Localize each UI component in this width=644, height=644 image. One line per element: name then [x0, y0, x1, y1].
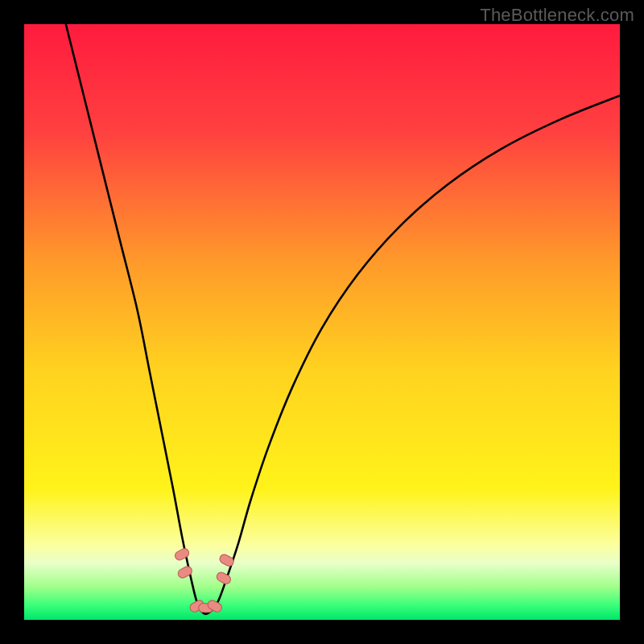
- svg-rect-4: [215, 571, 232, 585]
- watermark-text: TheBottleneck.com: [480, 5, 634, 26]
- chart-overlay: [24, 24, 620, 620]
- right-marker-bottom: [215, 571, 232, 585]
- curve-markers: [174, 547, 236, 614]
- left-marker-top: [174, 547, 191, 562]
- chart-plot-area: [24, 24, 620, 620]
- svg-rect-1: [174, 547, 191, 562]
- svg-rect-3: [218, 553, 235, 568]
- bottleneck-curve: [66, 24, 620, 614]
- right-marker-top: [218, 553, 235, 568]
